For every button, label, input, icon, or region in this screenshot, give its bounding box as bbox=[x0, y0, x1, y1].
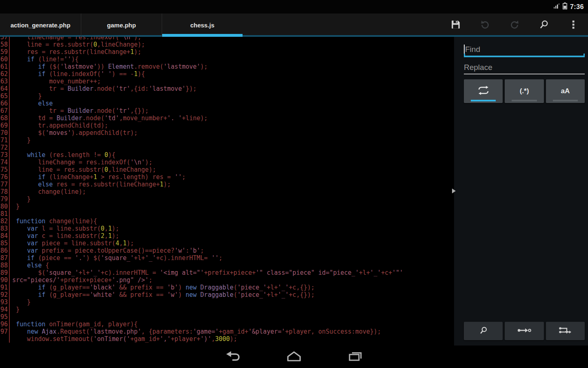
search-button[interactable] bbox=[534, 16, 554, 35]
code-line[interactable]: 85 var piece = line.substr(4,1); bbox=[0, 240, 451, 247]
code-line[interactable]: 90src="pieces/'+prefix+piece+'.png" />'; bbox=[0, 276, 451, 284]
code-line[interactable]: 62 if (line.indexOf(' ') == -1){ bbox=[0, 70, 451, 78]
wrap-around-toggle-button[interactable] bbox=[464, 79, 503, 103]
replace-placeholder: Replace bbox=[464, 63, 492, 72]
tab-action_generate.php[interactable]: action_generate.php bbox=[0, 13, 81, 37]
home-button[interactable] bbox=[286, 350, 302, 364]
code-line[interactable]: 64 tr = Builder.node('tr',{id:'lastmove'… bbox=[0, 85, 451, 92]
save-button[interactable] bbox=[446, 16, 466, 35]
replace-all-button[interactable] bbox=[546, 322, 585, 340]
replace-one-icon bbox=[517, 327, 532, 335]
code-line[interactable]: 84 var c = line.substr(2,1); bbox=[0, 232, 451, 240]
code-line[interactable]: 92 if (g_player=='white' && prefix == 'w… bbox=[0, 291, 451, 298]
line-number: 80 bbox=[0, 203, 10, 210]
code-line[interactable]: 91 if (g_player=='black' && prefix == 'b… bbox=[0, 284, 451, 291]
line-number: 75 bbox=[0, 166, 10, 173]
code-text: tr = Builder.node('tr',{}); bbox=[10, 107, 149, 114]
code-text: tr = Builder.node('tr',{id:'lastmove'}); bbox=[10, 85, 197, 92]
line-number: 66 bbox=[0, 100, 10, 107]
code-line[interactable]: 87 if (piece == '.') $('square_'+l+'_'+c… bbox=[0, 254, 451, 262]
code-text: lineChange = res.indexOf('\n'); bbox=[10, 159, 152, 166]
line-number: 97 bbox=[0, 328, 10, 335]
code-text: } bbox=[10, 203, 20, 210]
tab-chess.js[interactable]: chess.js bbox=[162, 13, 243, 37]
line-number: 89 bbox=[0, 269, 10, 276]
code-line[interactable]: 60 if (line!=''){ bbox=[0, 56, 451, 63]
app-screen: 7:36 action_generate.phpgame.phpchess.js bbox=[0, 0, 588, 368]
code-line[interactable]: 81 bbox=[0, 210, 451, 218]
line-number: 68 bbox=[0, 114, 10, 122]
code-editor[interactable]: 57 lineChange = res.indexOf('\n');58 lin… bbox=[0, 37, 451, 346]
find-input[interactable]: Find bbox=[464, 42, 585, 57]
code-line[interactable]: 80 } bbox=[0, 203, 451, 210]
code-line[interactable]: 69 tr.appendChild(td); bbox=[0, 122, 451, 129]
find-next-button[interactable] bbox=[464, 322, 503, 340]
code-line[interactable]: 83 var l = line.substr(0,1); bbox=[0, 225, 451, 232]
code-line[interactable]: 68 td = Builder.node('td',move_number+'.… bbox=[0, 114, 451, 122]
code-line[interactable]: 95 bbox=[0, 313, 451, 321]
code-line[interactable]: 66 else bbox=[0, 100, 451, 107]
android-nav-bar bbox=[0, 346, 588, 368]
code-line[interactable]: 65 } bbox=[0, 92, 451, 100]
code-text: var l = line.substr(0,1); bbox=[10, 225, 119, 232]
code-line[interactable]: 75 line = res.substr(0,lineChange); bbox=[0, 166, 451, 173]
code-text: } bbox=[10, 306, 20, 313]
line-number: 63 bbox=[0, 78, 10, 85]
text-cursor bbox=[464, 45, 465, 54]
code-line[interactable]: window.setTimeout('onTimer('+gam_id+','+… bbox=[0, 335, 451, 343]
code-line[interactable]: 88 else { bbox=[0, 262, 451, 269]
undo-button[interactable] bbox=[475, 16, 495, 35]
code-line[interactable]: 57 lineChange = res.indexOf('\n'); bbox=[0, 37, 451, 41]
code-line[interactable]: 71 } bbox=[0, 137, 451, 144]
code-line[interactable]: 97 new Ajax.Request('lastmove.php', {par… bbox=[0, 328, 451, 335]
tab-game.php[interactable]: game.php bbox=[81, 13, 162, 37]
line-number: 74 bbox=[0, 159, 10, 166]
redo-button[interactable] bbox=[505, 16, 524, 35]
panel-collapse-handle[interactable] bbox=[452, 188, 457, 195]
code-text: $('square_'+l+'_'+c).innerHTML = '<img a… bbox=[10, 269, 403, 276]
code-line[interactable]: 78 change(line); bbox=[0, 188, 451, 195]
code-text bbox=[10, 210, 12, 218]
code-line[interactable]: 63 move_number++; bbox=[0, 78, 451, 85]
repeat-icon bbox=[477, 86, 490, 97]
replace-one-button[interactable] bbox=[505, 322, 543, 340]
regex-toggle-button[interactable]: (.*) bbox=[505, 79, 543, 103]
code-line[interactable]: 58 line = res.substr(0,lineChange); bbox=[0, 41, 451, 48]
code-text: td = Builder.node('td',move_number+'. '+… bbox=[10, 114, 208, 122]
toolbar-actions bbox=[446, 13, 588, 37]
code-line[interactable]: 89 $('square_'+l+'_'+c).innerHTML = '<im… bbox=[0, 269, 451, 276]
code-line[interactable]: 67 tr = Builder.node('tr',{}); bbox=[0, 107, 451, 114]
line-number: 61 bbox=[0, 63, 10, 70]
code-line[interactable]: 72 bbox=[0, 144, 451, 151]
line-number: 91 bbox=[0, 284, 10, 291]
code-text: } bbox=[10, 137, 31, 144]
case-sensitive-toggle-button[interactable]: aA bbox=[546, 79, 585, 103]
code-line[interactable]: 73 while (res.length != 0){ bbox=[0, 151, 451, 159]
code-line[interactable]: 77 else res = res.substr(lineChange+1); bbox=[0, 181, 451, 188]
code-line[interactable]: 70 $('moves').appendChild(tr); bbox=[0, 129, 451, 137]
code-line[interactable]: 93 } bbox=[0, 298, 451, 306]
back-button[interactable] bbox=[225, 350, 241, 364]
recents-button[interactable] bbox=[347, 350, 363, 364]
back-icon bbox=[225, 350, 241, 364]
code-line[interactable]: 74 lineChange = res.indexOf('\n'); bbox=[0, 159, 451, 166]
undo-icon bbox=[480, 19, 490, 31]
code-text: } bbox=[10, 298, 31, 306]
status-bar: 7:36 bbox=[0, 0, 588, 13]
tab-strip: action_generate.phpgame.phpchess.js bbox=[0, 13, 243, 37]
code-line[interactable]: 61 if ($('lastmove')) Element.remove('la… bbox=[0, 63, 451, 70]
code-line[interactable]: 76 if (lineChange+1 > res.length) res = … bbox=[0, 173, 451, 181]
code-text: $('moves').appendChild(tr); bbox=[10, 129, 138, 137]
case-label: aA bbox=[561, 87, 570, 95]
code-line[interactable]: 86 var prefix = piece.toUpperCase()==pie… bbox=[0, 247, 451, 254]
code-line[interactable]: 79 } bbox=[0, 195, 451, 203]
code-line[interactable]: 94 } bbox=[0, 306, 451, 313]
code-line[interactable]: 96 function onTimer(gam_id, player){ bbox=[0, 321, 451, 328]
code-text: } bbox=[10, 92, 42, 100]
replace-input[interactable]: Replace bbox=[464, 61, 585, 74]
code-line[interactable]: 82 function change(line){ bbox=[0, 218, 451, 225]
overflow-menu-button[interactable] bbox=[564, 16, 583, 35]
code-text: } bbox=[10, 195, 31, 203]
line-number: 84 bbox=[0, 232, 10, 240]
code-line[interactable]: 59 res = res.substr(lineChange+1); bbox=[0, 48, 451, 56]
